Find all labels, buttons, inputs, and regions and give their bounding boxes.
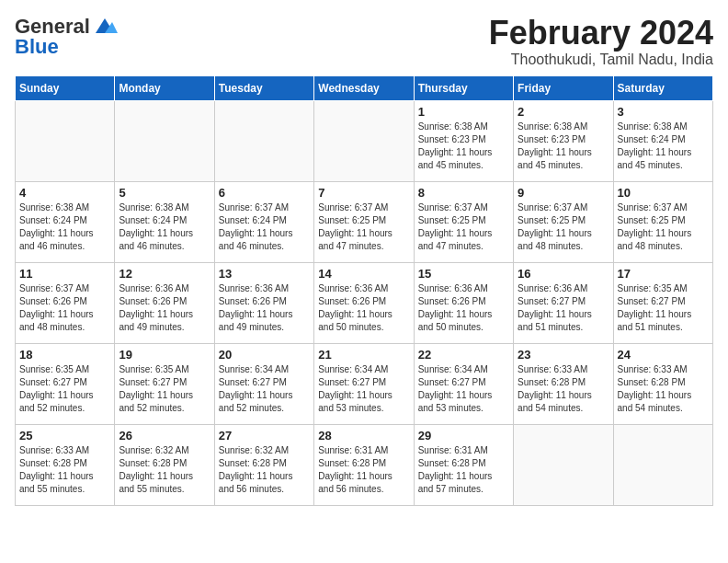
header-cell-sunday: Sunday <box>16 75 115 100</box>
calendar-cell: 6Sunrise: 6:37 AM Sunset: 6:24 PM Daylig… <box>214 181 313 262</box>
calendar-cell: 29Sunrise: 6:31 AM Sunset: 6:28 PM Dayli… <box>414 424 513 505</box>
header-cell-tuesday: Tuesday <box>214 75 313 100</box>
calendar-table: SundayMondayTuesdayWednesdayThursdayFrid… <box>15 75 713 506</box>
day-number: 7 <box>318 186 409 200</box>
day-info: Sunrise: 6:37 AM Sunset: 6:25 PM Dayligh… <box>318 201 409 253</box>
calendar-cell: 26Sunrise: 6:32 AM Sunset: 6:28 PM Dayli… <box>115 424 214 505</box>
day-number: 23 <box>518 348 609 362</box>
day-number: 8 <box>418 186 509 200</box>
logo-icon <box>92 17 118 33</box>
day-info: Sunrise: 6:37 AM Sunset: 6:25 PM Dayligh… <box>418 201 509 253</box>
calendar-cell: 13Sunrise: 6:36 AM Sunset: 6:26 PM Dayli… <box>214 262 313 343</box>
calendar-cell: 2Sunrise: 6:38 AM Sunset: 6:23 PM Daylig… <box>514 100 613 181</box>
day-info: Sunrise: 6:34 AM Sunset: 6:27 PM Dayligh… <box>219 363 310 415</box>
calendar-cell: 14Sunrise: 6:36 AM Sunset: 6:26 PM Dayli… <box>314 262 414 343</box>
logo-blue: Blue <box>15 35 59 59</box>
week-row-3: 18Sunrise: 6:35 AM Sunset: 6:27 PM Dayli… <box>16 343 713 424</box>
calendar-cell: 3Sunrise: 6:38 AM Sunset: 6:24 PM Daylig… <box>613 100 712 181</box>
calendar-cell: 10Sunrise: 6:37 AM Sunset: 6:25 PM Dayli… <box>613 181 712 262</box>
day-info: Sunrise: 6:38 AM Sunset: 6:24 PM Dayligh… <box>618 121 709 172</box>
calendar-cell <box>314 100 414 181</box>
day-number: 12 <box>119 267 210 281</box>
day-number: 21 <box>318 348 409 362</box>
calendar-cell: 24Sunrise: 6:33 AM Sunset: 6:28 PM Dayli… <box>613 343 712 424</box>
day-number: 22 <box>418 348 509 362</box>
calendar-cell: 1Sunrise: 6:38 AM Sunset: 6:23 PM Daylig… <box>414 100 513 181</box>
calendar-body: 1Sunrise: 6:38 AM Sunset: 6:23 PM Daylig… <box>16 100 713 505</box>
calendar-cell: 7Sunrise: 6:37 AM Sunset: 6:25 PM Daylig… <box>314 181 414 262</box>
calendar-cell: 21Sunrise: 6:34 AM Sunset: 6:27 PM Dayli… <box>314 343 414 424</box>
day-number: 2 <box>518 105 609 119</box>
calendar-cell: 8Sunrise: 6:37 AM Sunset: 6:25 PM Daylig… <box>414 181 513 262</box>
day-info: Sunrise: 6:37 AM Sunset: 6:25 PM Dayligh… <box>618 201 709 253</box>
day-info: Sunrise: 6:31 AM Sunset: 6:28 PM Dayligh… <box>418 444 509 496</box>
header-cell-monday: Monday <box>115 75 214 100</box>
day-number: 3 <box>618 105 709 119</box>
day-info: Sunrise: 6:38 AM Sunset: 6:23 PM Dayligh… <box>418 121 509 172</box>
day-info: Sunrise: 6:38 AM Sunset: 6:23 PM Dayligh… <box>518 121 609 172</box>
calendar-cell <box>214 100 313 181</box>
day-number: 4 <box>19 186 110 200</box>
calendar-cell <box>16 100 115 181</box>
day-info: Sunrise: 6:36 AM Sunset: 6:26 PM Dayligh… <box>219 282 310 334</box>
header-cell-saturday: Saturday <box>613 75 712 100</box>
calendar-title: February 2024 <box>489 15 713 52</box>
day-number: 11 <box>19 267 110 281</box>
calendar-header: SundayMondayTuesdayWednesdayThursdayFrid… <box>16 75 713 100</box>
day-number: 5 <box>119 186 210 200</box>
calendar-cell: 19Sunrise: 6:35 AM Sunset: 6:27 PM Dayli… <box>115 343 214 424</box>
day-info: Sunrise: 6:35 AM Sunset: 6:27 PM Dayligh… <box>19 363 110 415</box>
calendar-cell: 18Sunrise: 6:35 AM Sunset: 6:27 PM Dayli… <box>16 343 115 424</box>
day-info: Sunrise: 6:35 AM Sunset: 6:27 PM Dayligh… <box>618 282 709 334</box>
calendar-cell <box>514 424 613 505</box>
calendar-cell: 17Sunrise: 6:35 AM Sunset: 6:27 PM Dayli… <box>613 262 712 343</box>
day-info: Sunrise: 6:38 AM Sunset: 6:24 PM Dayligh… <box>19 201 110 253</box>
calendar-cell: 16Sunrise: 6:36 AM Sunset: 6:27 PM Dayli… <box>514 262 613 343</box>
calendar-cell <box>115 100 214 181</box>
day-number: 14 <box>318 267 409 281</box>
day-info: Sunrise: 6:37 AM Sunset: 6:24 PM Dayligh… <box>219 201 310 253</box>
calendar-cell: 20Sunrise: 6:34 AM Sunset: 6:27 PM Dayli… <box>214 343 313 424</box>
day-number: 24 <box>618 348 709 362</box>
day-info: Sunrise: 6:37 AM Sunset: 6:25 PM Dayligh… <box>518 201 609 253</box>
day-number: 16 <box>518 267 609 281</box>
calendar-cell: 5Sunrise: 6:38 AM Sunset: 6:24 PM Daylig… <box>115 181 214 262</box>
calendar-cell: 15Sunrise: 6:36 AM Sunset: 6:26 PM Dayli… <box>414 262 513 343</box>
calendar-cell: 4Sunrise: 6:38 AM Sunset: 6:24 PM Daylig… <box>16 181 115 262</box>
day-number: 17 <box>618 267 709 281</box>
day-number: 25 <box>19 429 110 442</box>
day-info: Sunrise: 6:38 AM Sunset: 6:24 PM Dayligh… <box>119 201 210 253</box>
day-number: 15 <box>418 267 509 281</box>
day-number: 6 <box>219 186 310 200</box>
calendar-subtitle: Thoothukudi, Tamil Nadu, India <box>489 52 713 68</box>
calendar-cell: 25Sunrise: 6:33 AM Sunset: 6:28 PM Dayli… <box>16 424 115 505</box>
title-area: February 2024 Thoothukudi, Tamil Nadu, I… <box>489 15 713 68</box>
day-info: Sunrise: 6:36 AM Sunset: 6:26 PM Dayligh… <box>119 282 210 334</box>
day-info: Sunrise: 6:36 AM Sunset: 6:26 PM Dayligh… <box>418 282 509 334</box>
logo: General Blue <box>15 15 118 59</box>
day-info: Sunrise: 6:34 AM Sunset: 6:27 PM Dayligh… <box>318 363 409 415</box>
week-row-1: 4Sunrise: 6:38 AM Sunset: 6:24 PM Daylig… <box>16 181 713 262</box>
day-info: Sunrise: 6:31 AM Sunset: 6:28 PM Dayligh… <box>318 444 409 496</box>
calendar-cell: 28Sunrise: 6:31 AM Sunset: 6:28 PM Dayli… <box>314 424 414 505</box>
day-number: 13 <box>219 267 310 281</box>
day-info: Sunrise: 6:32 AM Sunset: 6:28 PM Dayligh… <box>219 444 310 496</box>
day-info: Sunrise: 6:32 AM Sunset: 6:28 PM Dayligh… <box>119 444 210 496</box>
calendar-cell <box>613 424 712 505</box>
header-cell-friday: Friday <box>514 75 613 100</box>
day-number: 26 <box>119 429 210 442</box>
day-info: Sunrise: 6:34 AM Sunset: 6:27 PM Dayligh… <box>418 363 509 415</box>
calendar-cell: 22Sunrise: 6:34 AM Sunset: 6:27 PM Dayli… <box>414 343 513 424</box>
day-number: 28 <box>318 429 409 442</box>
calendar-cell: 23Sunrise: 6:33 AM Sunset: 6:28 PM Dayli… <box>514 343 613 424</box>
calendar-cell: 11Sunrise: 6:37 AM Sunset: 6:26 PM Dayli… <box>16 262 115 343</box>
header-row: SundayMondayTuesdayWednesdayThursdayFrid… <box>16 75 713 100</box>
day-info: Sunrise: 6:33 AM Sunset: 6:28 PM Dayligh… <box>518 363 609 415</box>
page-header: General Blue February 2024 Thoothukudi, … <box>15 15 713 68</box>
week-row-0: 1Sunrise: 6:38 AM Sunset: 6:23 PM Daylig… <box>16 100 713 181</box>
day-number: 29 <box>418 429 509 442</box>
day-number: 19 <box>119 348 210 362</box>
day-number: 20 <box>219 348 310 362</box>
day-info: Sunrise: 6:37 AM Sunset: 6:26 PM Dayligh… <box>19 282 110 334</box>
day-info: Sunrise: 6:35 AM Sunset: 6:27 PM Dayligh… <box>119 363 210 415</box>
